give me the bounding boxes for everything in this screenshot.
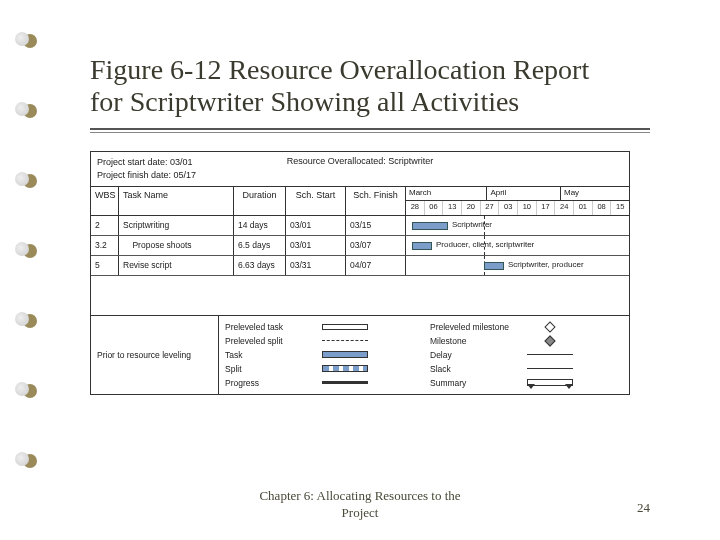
legend-item: Slack	[430, 362, 623, 376]
cell-duration: 6.5 days	[234, 236, 286, 255]
timeline-months: March April May	[406, 187, 629, 201]
title-rule-thin	[90, 132, 650, 133]
table-row: 5Revise script6.63 days03/3104/07Scriptw…	[91, 256, 629, 276]
legend-item: Progress	[225, 376, 418, 390]
legend-icon	[520, 337, 580, 345]
legend-label: Preleveled split	[225, 336, 315, 346]
legend-caption: Prior to resource leveling	[91, 316, 219, 394]
page-number: 24	[637, 500, 650, 516]
cell-gantt: Scriptwriter, producer	[406, 256, 629, 275]
col-finish: Sch. Finish	[346, 187, 406, 215]
report-header: Project start date: 03/01 Project finish…	[91, 152, 629, 186]
cell-taskname: Revise script	[119, 256, 234, 275]
legend-item: Task	[225, 348, 418, 362]
col-start: Sch. Start	[286, 187, 346, 215]
overallocation-report: Project start date: 03/01 Project finish…	[90, 151, 630, 394]
cell-taskname: Scriptwriting	[119, 216, 234, 235]
legend-icon	[315, 365, 375, 372]
report-spacer	[91, 276, 629, 316]
legend-label: Delay	[430, 350, 520, 360]
legend-icon	[315, 381, 375, 384]
legend-item: Preleveled milestone	[430, 320, 623, 334]
report-title: Resource Overallocated: Scriptwriter	[263, 152, 457, 185]
title-line-2: for Scriptwriter Showing all Activities	[90, 86, 519, 117]
legend-icon	[315, 324, 375, 330]
column-headers: WBS Task Name Duration Sch. Start Sch. F…	[91, 187, 629, 216]
title-line-1: Figure 6-12 Resource Overallocation Repo…	[90, 54, 589, 85]
project-start-date: Project start date: 03/01	[97, 156, 257, 169]
timeline-days: 28 06 13 20 27 03 10 17 24 01 08 15	[406, 201, 629, 215]
legend-icon	[520, 368, 580, 369]
legend-label: Slack	[430, 364, 520, 374]
legend-item: Delay	[430, 348, 623, 362]
col-duration: Duration	[234, 187, 286, 215]
cell-start: 03/31	[286, 256, 346, 275]
title-rule-thick	[90, 128, 650, 130]
col-taskname: Task Name	[119, 187, 234, 215]
cell-taskname: Propose shoots	[119, 236, 234, 255]
gantt-bar	[412, 242, 432, 250]
cell-wbs: 2	[91, 216, 119, 235]
legend-item: Preleveled task	[225, 320, 418, 334]
cell-finish: 04/07	[346, 256, 406, 275]
gantt-bar-label: Producer, client, scriptwriter	[436, 240, 534, 249]
legend-label: Summary	[430, 378, 520, 388]
legend-label: Preleveled milestone	[430, 322, 520, 332]
gantt-bar	[412, 222, 448, 230]
cell-duration: 14 days	[234, 216, 286, 235]
cell-wbs: 5	[91, 256, 119, 275]
cell-start: 03/01	[286, 216, 346, 235]
slide-footer: Chapter 6: Allocating Resources to the P…	[0, 488, 720, 522]
legend-icon	[520, 379, 580, 386]
cell-gantt: Producer, client, scriptwriter	[406, 236, 629, 255]
legend-label: Milestone	[430, 336, 520, 346]
legend-item: Preleveled split	[225, 334, 418, 348]
cell-start: 03/01	[286, 236, 346, 255]
legend: Prior to resource leveling Preleveled ta…	[91, 316, 629, 394]
legend-icon	[520, 323, 580, 331]
legend-label: Preleveled task	[225, 322, 315, 332]
legend-icon	[315, 351, 375, 358]
gantt-bar	[484, 262, 504, 270]
legend-icon	[520, 354, 580, 355]
legend-icon	[315, 340, 375, 341]
legend-item: Milestone	[430, 334, 623, 348]
legend-label: Split	[225, 364, 315, 374]
project-finish-date: Project finish date: 05/17	[97, 169, 257, 182]
slide-title: Figure 6-12 Resource Overallocation Repo…	[90, 54, 650, 118]
notebook-binding	[12, 0, 48, 540]
legend-label: Task	[225, 350, 315, 360]
col-timeline: March April May 28 06 13 20 27 03 10 17 …	[406, 187, 629, 215]
table-row: 2Scriptwriting14 days03/0103/15Scriptwri…	[91, 216, 629, 236]
legend-item: Summary	[430, 376, 623, 390]
col-wbs: WBS	[91, 187, 119, 215]
legend-item: Split	[225, 362, 418, 376]
cell-finish: 03/15	[346, 216, 406, 235]
cell-finish: 03/07	[346, 236, 406, 255]
cell-gantt: Scriptwriter	[406, 216, 629, 235]
gantt-bar-label: Scriptwriter	[452, 220, 492, 229]
cell-duration: 6.63 days	[234, 256, 286, 275]
gantt-bar-label: Scriptwriter, producer	[508, 260, 584, 269]
legend-label: Progress	[225, 378, 315, 388]
table-row: 3.2 Propose shoots6.5 days03/0103/07Prod…	[91, 236, 629, 256]
cell-wbs: 3.2	[91, 236, 119, 255]
